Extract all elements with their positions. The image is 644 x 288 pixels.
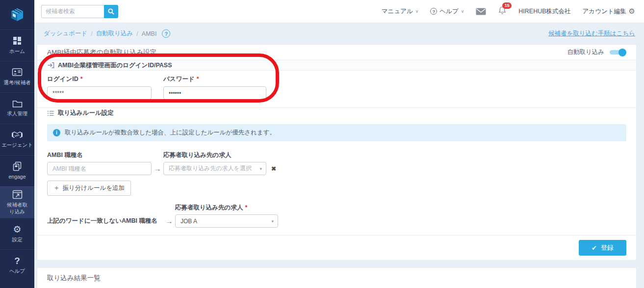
breadcrumb: ダッシュボード / 自動取り込み / AMBI ? <box>44 29 170 38</box>
envelope-icon <box>476 8 486 15</box>
caret-down-icon: ▾ <box>271 219 274 224</box>
topbar: マニュアル ∨ ? ヘルプ ∨ <box>34 0 644 23</box>
candidate-search <box>41 5 118 18</box>
arrow-right-icon: → <box>152 164 163 173</box>
sidebar-item-home[interactable]: ホーム <box>0 29 34 61</box>
app-root: ホーム 選考/候補者 求人管理 エ <box>0 0 644 288</box>
breadcrumb-row: ダッシュボード / 自動取り込み / AMBI ? 候補者を取り込む手順はこちら <box>34 23 644 44</box>
rule-info-text: 取り込みルールが複数合致した場合、上に設定したルールが優先されます。 <box>65 129 276 137</box>
sidebar-item-label: 設定 <box>12 236 23 243</box>
sidebar-item-label: engage <box>8 174 26 180</box>
help-label: ヘルプ <box>439 7 458 16</box>
help-menu[interactable]: ? ヘルプ ∨ <box>430 7 464 16</box>
fallback-labels-row: 応募者取り込み先の求人* <box>37 198 636 212</box>
register-button-label: 登録 <box>601 243 614 252</box>
auto-import-toggle[interactable] <box>609 48 626 57</box>
add-rule-button[interactable]: ＋ 振り分けルールを追加 <box>47 181 131 196</box>
submit-row: ✔ 登録 <box>37 235 636 260</box>
login-id-input[interactable] <box>47 86 152 100</box>
login-section-header: AMBI企業様管理画面のログインID/PASS <box>37 60 636 71</box>
sidebar-item-engage[interactable]: engage <box>0 155 34 186</box>
add-rule-button-label: 振り分けルールを追加 <box>63 184 125 192</box>
breadcrumb-auto-import[interactable]: 自動取り込み <box>96 29 133 38</box>
sidebar-item-jobs[interactable]: 求人管理 <box>0 92 34 124</box>
sidebar-item-agent[interactable]: エージェント <box>0 124 34 155</box>
notifications-button[interactable]: 15 <box>498 6 507 17</box>
required-mark: * <box>80 76 83 82</box>
sidebar-item-label: エージェント <box>1 142 33 148</box>
required-mark: * <box>197 76 199 82</box>
target-job-select[interactable]: 応募者取り込み先の求人を選択 ▾ <box>163 162 266 175</box>
auto-import-toggle-label: 自動取り込み <box>567 48 604 56</box>
fallback-job-select-value: JOB A <box>180 218 197 225</box>
breadcrumb-help-icon[interactable]: ? <box>162 29 170 38</box>
results-panel-title: 取り込み結果一覧 <box>37 268 636 288</box>
search-button[interactable] <box>104 5 118 18</box>
notification-count-badge: 15 <box>502 2 512 9</box>
breadcrumb-current: AMBI <box>142 30 157 37</box>
sidebar-item-help[interactable]: ? ヘルプ <box>0 249 34 281</box>
account-edit-label: アカウント編集 <box>583 7 626 16</box>
password-label-text: パスワード <box>163 76 195 82</box>
sidebar-item-label: 候補者取り込み <box>6 202 28 214</box>
plus-icon: ＋ <box>53 184 60 192</box>
fallback-target-label: 応募者取り込み先の求人* <box>175 204 278 212</box>
required-mark: * <box>245 204 247 211</box>
password-field-group: パスワード* <box>163 75 266 100</box>
mail-button[interactable] <box>476 8 486 15</box>
question-icon: ? <box>14 256 20 265</box>
chevron-down-icon: ∨ <box>461 9 464 14</box>
login-id-label: ログインID* <box>47 75 152 83</box>
breadcrumb-separator: / <box>136 30 138 37</box>
fallback-job-select[interactable]: JOB A ▾ <box>175 214 278 228</box>
login-section-title: AMBI企業様管理画面のログインID/PASS <box>58 61 172 70</box>
fallback-target-label-text: 応募者取り込み先の求人 <box>175 204 243 211</box>
ambi-settings-panel: AMBI経由応募者の自動取り込み設定 自動取り込み AMBI企業様管理画面のログ… <box>37 44 637 261</box>
sidebar-item-label: ヘルプ <box>9 268 25 274</box>
target-job-select-placeholder: 応募者取り込み先の求人を選択 <box>169 164 252 173</box>
rule-section-header: 取り込みルール設定 <box>37 107 636 118</box>
sidebar-item-candidates[interactable]: 選考/候補者 <box>0 61 34 92</box>
sidebar-item-candidate-import[interactable]: 候補者取り込み <box>0 186 34 218</box>
import-guide-link[interactable]: 候補者を取り込む手順はこちら <box>548 29 635 38</box>
import-candidate-icon <box>12 190 23 199</box>
panel-title-row: AMBI経由応募者の自動取り込み設定 自動取り込み <box>37 45 636 60</box>
id-card-icon <box>12 67 23 77</box>
auto-import-toggle-group: 自動取り込み <box>567 48 626 57</box>
sidebar-item-label: 求人管理 <box>7 110 27 117</box>
rule-row: → 応募者取り込み先の求人を選択 ▾ ✖ <box>37 162 636 175</box>
manual-menu[interactable]: マニュアル ∨ <box>382 7 419 16</box>
rule-labels-row: AMBI 職種名 応募者取り込み先の求人 <box>37 148 636 159</box>
password-input[interactable] <box>163 86 266 100</box>
gear-icon: ⚙ <box>629 7 635 16</box>
search-icon <box>107 8 115 15</box>
fallback-label: 上記のワードに一致しないAMBI 職種名 <box>47 217 163 225</box>
arrow-right-icon: → <box>163 217 175 225</box>
search-input[interactable] <box>41 5 104 18</box>
topbar-right: マニュアル ∨ ? ヘルプ ∨ <box>382 6 635 17</box>
password-label: パスワード* <box>163 75 266 83</box>
login-id-label-text: ログインID <box>47 76 78 82</box>
remove-rule-icon[interactable]: ✖ <box>266 165 281 172</box>
home-grid-icon <box>12 36 22 46</box>
check-icon: ✔ <box>592 244 597 252</box>
fallback-row: 上記のワードに一致しないAMBI 職種名 → JOB A ▾ <box>37 214 636 228</box>
breadcrumb-dashboard[interactable]: ダッシュボード <box>44 29 87 38</box>
login-fields: ログインID* パスワード* <box>37 71 636 107</box>
sidebar-item-settings[interactable]: ⚙ 設定 <box>0 218 34 249</box>
add-rule-row: ＋ 振り分けルールを追加 <box>37 175 636 198</box>
app-logo[interactable] <box>0 0 34 29</box>
panel-title: AMBI経由応募者の自動取り込み設定 <box>47 48 156 57</box>
rule-info-banner: i 取り込みルールが複数合致した場合、上に設定したルールが優先されます。 <box>47 124 626 141</box>
documents-icon <box>12 161 22 171</box>
login-id-field-group: ログインID* <box>47 75 152 100</box>
handshake-icon <box>11 131 23 139</box>
ambi-job-input[interactable] <box>47 162 152 175</box>
register-button[interactable]: ✔ 登録 <box>579 240 626 256</box>
main-area: マニュアル ∨ ? ヘルプ ∨ <box>34 0 644 288</box>
account-edit-button[interactable]: アカウント編集 ⚙ <box>583 7 635 16</box>
ambi-job-label: AMBI 職種名 <box>47 151 152 159</box>
target-job-label: 応募者取り込み先の求人 <box>163 151 266 159</box>
import-results-panel: 取り込み結果一覧 全131件中1〜100件を表示 失敗のみを表示 « 1 2 » <box>37 267 637 288</box>
login-arrow-icon <box>47 62 54 69</box>
